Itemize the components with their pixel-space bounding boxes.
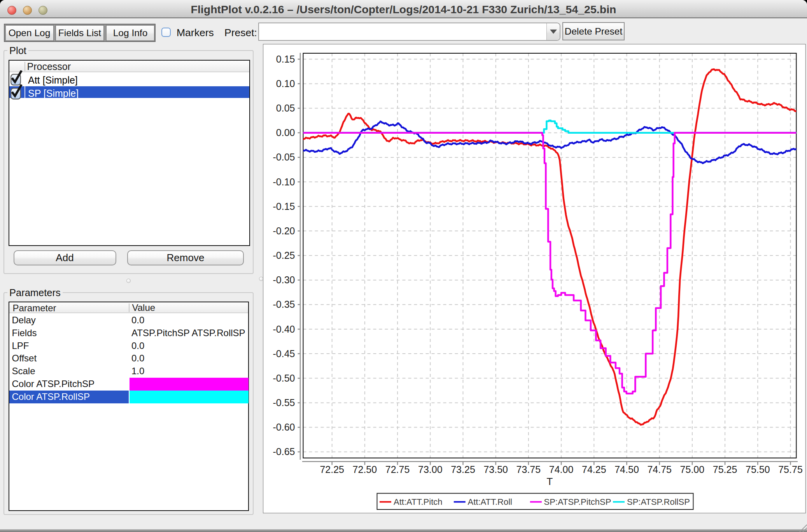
- svg-text:0.10: 0.10: [276, 78, 295, 89]
- svg-text:73.25: 73.25: [451, 464, 475, 475]
- svg-text:72.25: 72.25: [320, 464, 344, 475]
- svg-text:73.50: 73.50: [483, 464, 508, 475]
- svg-text:73.00: 73.00: [418, 464, 443, 475]
- svg-text:-0.65: -0.65: [273, 446, 295, 457]
- svg-text:-0.05: -0.05: [273, 152, 295, 162]
- svg-text:74.00: 74.00: [549, 464, 574, 475]
- svg-text:-0.50: -0.50: [273, 373, 295, 384]
- svg-text:73.75: 73.75: [516, 464, 541, 475]
- svg-text:75.75: 75.75: [778, 464, 803, 475]
- svg-text:74.75: 74.75: [647, 464, 672, 475]
- svg-text:74.25: 74.25: [582, 464, 606, 475]
- svg-text:-0.15: -0.15: [273, 201, 295, 212]
- svg-text:-0.45: -0.45: [273, 348, 295, 359]
- svg-text:72.50: 72.50: [353, 464, 377, 475]
- svg-text:-0.30: -0.30: [273, 274, 295, 285]
- svg-text:Att:ATT.Pitch: Att:ATT.Pitch: [394, 497, 443, 507]
- svg-text:-0.35: -0.35: [273, 299, 295, 310]
- svg-text:Att:ATT.Roll: Att:ATT.Roll: [468, 497, 513, 507]
- svg-text:-0.40: -0.40: [273, 324, 295, 335]
- svg-text:75.50: 75.50: [746, 464, 770, 475]
- svg-text:75.00: 75.00: [680, 464, 705, 475]
- svg-text:0.00: 0.00: [276, 127, 295, 138]
- svg-text:0.05: 0.05: [276, 103, 295, 113]
- svg-text:-0.60: -0.60: [273, 422, 295, 433]
- svg-text:72.75: 72.75: [385, 464, 410, 475]
- svg-text:75.25: 75.25: [713, 464, 737, 475]
- svg-text:SP:ATSP.RollSP: SP:ATSP.RollSP: [627, 497, 690, 507]
- svg-text:-0.25: -0.25: [273, 250, 295, 261]
- svg-text:SP:ATSP.PitchSP: SP:ATSP.PitchSP: [544, 497, 611, 507]
- svg-text:-0.10: -0.10: [273, 176, 295, 187]
- svg-text:-0.20: -0.20: [273, 225, 295, 236]
- svg-text:74.50: 74.50: [614, 464, 639, 475]
- svg-text:T: T: [547, 476, 553, 487]
- svg-text:-0.55: -0.55: [273, 397, 295, 408]
- svg-text:0.15: 0.15: [276, 54, 295, 65]
